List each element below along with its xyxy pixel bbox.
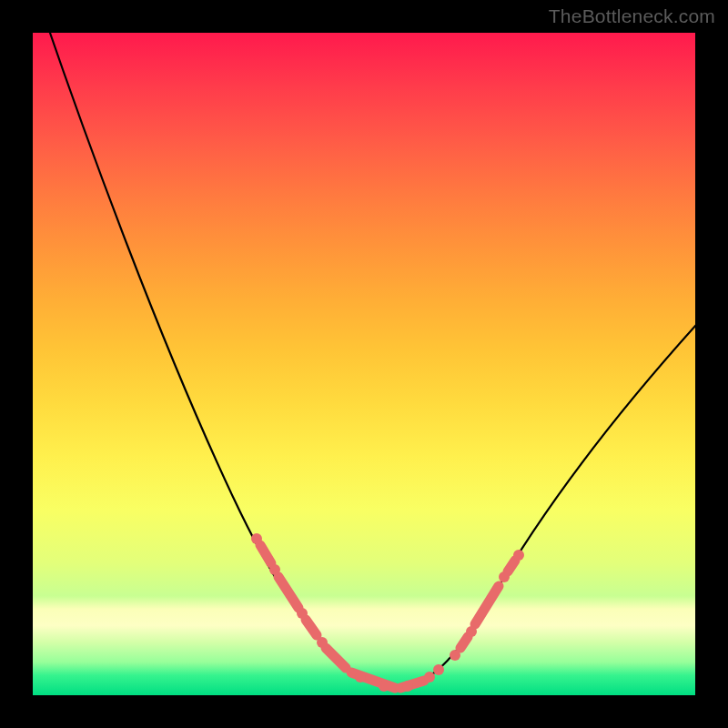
bottleneck-curve: [44, 15, 697, 686]
curve-svg: [33, 33, 695, 695]
marker-dot: [513, 550, 524, 561]
plot-area: [33, 33, 695, 695]
marker-dot: [499, 571, 510, 582]
marker-segment: [278, 577, 298, 608]
marker-segment: [508, 561, 515, 571]
marker-dot: [402, 681, 413, 692]
chart-frame: TheBottleneck.com: [0, 0, 728, 728]
marker-dot: [355, 672, 366, 682]
marker-dot: [433, 664, 444, 675]
marker-segment: [306, 620, 317, 635]
marker-dot: [424, 672, 435, 682]
marker-dot: [269, 564, 280, 575]
marker-dot: [297, 608, 308, 619]
marker-dot: [450, 650, 460, 661]
marker-dot: [317, 637, 328, 648]
marker-segment: [460, 637, 468, 648]
marker-segment: [260, 545, 271, 563]
marker-segment: [475, 586, 499, 624]
watermark-text: TheBottleneck.com: [549, 5, 715, 27]
marker-dot: [379, 681, 389, 692]
marker-dot: [466, 626, 477, 637]
marker-segment: [326, 648, 346, 668]
marker-dot: [251, 533, 262, 544]
